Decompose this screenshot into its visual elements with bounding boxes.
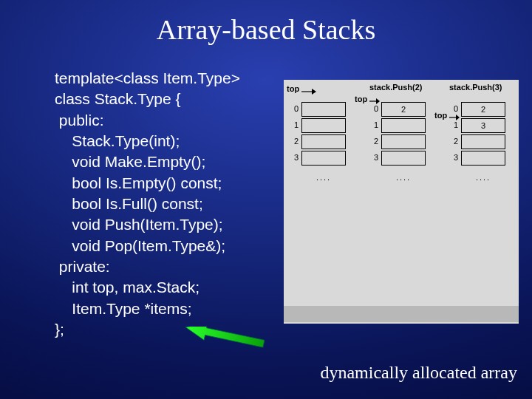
cell-index: 3	[369, 153, 378, 162]
cell-index: 0	[449, 104, 458, 113]
ellipsis: ....	[381, 173, 426, 182]
top-label: top	[434, 111, 447, 120]
stack-cell	[381, 118, 426, 133]
cell-index: 0	[290, 104, 299, 113]
slide-title: Array-based Stacks	[0, 13, 532, 46]
green-arrow-icon	[185, 327, 266, 356]
code-line: void Push(Item.Type);	[55, 216, 223, 233]
top-arrow-icon	[449, 114, 460, 123]
code-line: class Stack.Type {	[55, 90, 180, 107]
ellipsis: ....	[301, 173, 346, 182]
top-arrow-icon	[369, 98, 380, 106]
svg-marker-5	[456, 115, 460, 120]
svg-marker-1	[312, 89, 316, 95]
code-line: void Pop(Item.Type&);	[55, 237, 225, 254]
cell-index: 3	[449, 153, 458, 162]
code-line: bool Is.Empty() const;	[55, 174, 222, 191]
stack-cell	[301, 134, 346, 149]
stack-cell: 3	[461, 118, 505, 133]
stack-cell	[301, 118, 346, 133]
code-block: template<class Item.Type> class Stack.Ty…	[55, 68, 240, 340]
code-line: public:	[55, 112, 104, 129]
slide: Array-based Stacks template<class Item.T…	[0, 0, 532, 399]
code-line: };	[55, 321, 64, 338]
stack-cell	[461, 151, 505, 166]
cell-index: 1	[290, 120, 299, 129]
stack-state-empty: top 0 1 2 3 ....	[290, 100, 362, 182]
top-label: top	[355, 95, 367, 103]
code-line: void Make.Empty();	[55, 153, 205, 170]
state-label: stack.Push(3)	[449, 83, 502, 92]
stack-cell: 2	[381, 102, 426, 117]
top-arrow-icon	[301, 87, 316, 99]
svg-marker-3	[376, 98, 380, 104]
code-line: Item.Type *items;	[55, 300, 192, 317]
ellipsis: ....	[461, 173, 505, 182]
top-label: top	[287, 84, 299, 93]
stack-cell	[381, 151, 426, 166]
cell-index: 1	[369, 120, 378, 129]
cell-index: 2	[369, 137, 378, 146]
code-line: int top, max.Stack;	[55, 279, 200, 296]
code-line: template<class Item.Type>	[55, 69, 240, 86]
stack-cell	[301, 102, 346, 117]
diagram-caption: dynamically allocated array	[320, 363, 517, 383]
diagram-bottom-strip	[284, 306, 519, 322]
stack-cell	[381, 134, 426, 149]
stack-cell	[461, 134, 505, 149]
state-label: stack.Push(2)	[369, 83, 423, 92]
code-line: private:	[55, 258, 110, 275]
cell-index: 2	[449, 137, 458, 146]
stack-cell: 2	[461, 102, 505, 117]
stack-state-push2: stack.Push(2) top 02 1 2 3 ....	[369, 100, 442, 182]
stack-diagram: top 0 1 2 3 .... stack.Push(2) top 02 1 …	[284, 80, 519, 324]
svg-marker-6	[185, 327, 265, 352]
stack-state-push3: stack.Push(3) top 02 13 2 3 ....	[449, 100, 522, 182]
stack-cell	[301, 151, 346, 166]
code-line: Stack.Type(int);	[55, 132, 180, 149]
cell-index: 3	[290, 153, 299, 162]
cell-index: 2	[290, 137, 299, 146]
code-line: bool Is.Full() const;	[55, 195, 203, 212]
